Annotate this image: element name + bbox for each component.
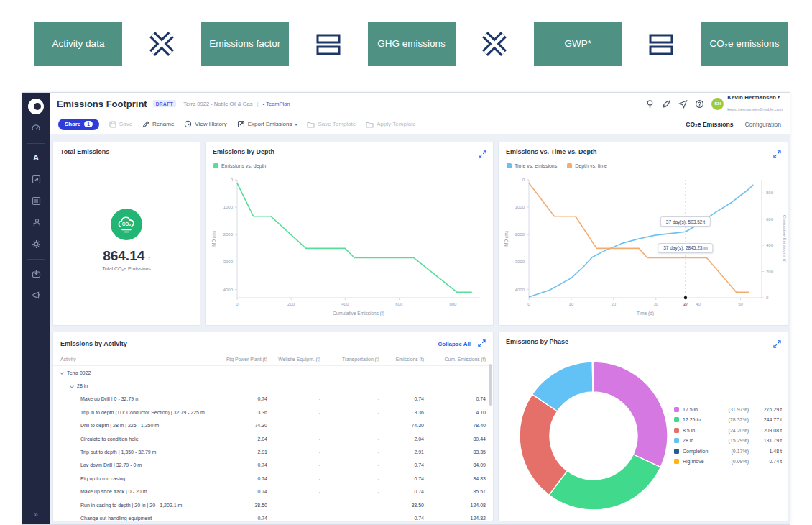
donut-slice[interactable]	[549, 455, 660, 510]
import-box-icon[interactable]	[27, 265, 45, 281]
svg-text:400: 400	[341, 302, 349, 306]
co2-cloud-icon: CO₂	[111, 209, 142, 243]
main-area: Emissions Footprint DRAFT Terra 0922 - N…	[50, 93, 790, 524]
chevron-down-icon: ▾	[295, 122, 297, 127]
chevron-right-icon[interactable]: »	[34, 511, 38, 519]
chart-tooltip: 37 day(s), 2845.23 m	[658, 243, 713, 253]
screenshot-root: Activity data Emissions factor GHG emiss…	[0, 0, 812, 525]
lightbulb-icon[interactable]	[645, 99, 655, 109]
gauge-icon[interactable]	[27, 120, 45, 136]
multiply-operator-icon	[479, 24, 509, 63]
legend-item[interactable]: 8.5 in(24.20%)209.08 t	[674, 425, 782, 436]
donut-slice[interactable]	[594, 362, 668, 467]
panel-emissions-by-activity: Emissions by Activity Collapse All Activ…	[52, 332, 494, 521]
view-history-button[interactable]: View History	[184, 120, 226, 128]
table-row: Trip in to depth (TD: Conductor Section)…	[53, 406, 493, 419]
table-row: Make up shoe track | 0 - 20 m0.74--0.748…	[53, 485, 493, 498]
panel-emissions-time-depth: Emissions vs. Time vs. Depth Time vs. em…	[498, 142, 788, 326]
legend-item[interactable]: Depth vs. time	[567, 163, 607, 168]
paper-plane-icon[interactable]	[678, 99, 688, 109]
donut-slice[interactable]	[520, 394, 567, 495]
tab-configuration[interactable]: Configuration	[744, 121, 781, 128]
total-emissions-caption: Total CO₂e Emissions	[102, 266, 151, 271]
svg-text:3000: 3000	[223, 260, 234, 264]
table-row: Change out handling equipment0.74--0.741…	[53, 511, 493, 521]
dashboard-content: Total Emissions CO₂ 864.14 t	[50, 134, 790, 524]
rename-button[interactable]: Rename	[142, 121, 174, 128]
panel-title: Emissions vs. Time vs. Depth	[499, 142, 788, 155]
legend-item[interactable]: 28 in(15.29%)131.79 t	[674, 436, 782, 447]
panel-title: Emissions by Phase	[499, 332, 788, 345]
svg-text:3000: 3000	[515, 260, 525, 264]
rocket-icon[interactable]	[662, 99, 671, 109]
team-plan-link[interactable]: TeamPlan	[263, 101, 290, 107]
list-panel-icon[interactable]	[27, 193, 45, 209]
user-menu[interactable]: KH Kevin Hermansen ▾ kevin.hermansen@nob…	[711, 94, 783, 114]
legend-item[interactable]: Completion(0.17%)1.48 t	[674, 446, 782, 457]
svg-text:MD (m): MD (m)	[211, 231, 217, 247]
column-header: Rig Power Plant (t)	[211, 357, 267, 362]
expand-icon[interactable]	[479, 148, 486, 161]
legend-item[interactable]: Rig move(0.09%)0.74 t	[674, 457, 782, 467]
legend-item[interactable]: 17.5 in(31.97%)276.29 t	[674, 404, 782, 415]
column-header: Emissions (t)	[379, 357, 424, 362]
tab-co2e-emissions[interactable]: CO₂e Emissions	[686, 121, 733, 128]
svg-text:600: 600	[766, 217, 774, 222]
person-icon[interactable]	[27, 214, 45, 230]
column-header: Transportation (t)	[320, 357, 379, 362]
user-meta: kevin.hermansen@noble.com	[727, 107, 783, 111]
emissions-time-depth-chart[interactable]: 0100020003000400002004006008000102030374…	[500, 174, 788, 322]
toolbar: Share 1 Save Rename View History E	[50, 114, 790, 134]
box-arrow-icon[interactable]	[27, 171, 45, 187]
expand-icon[interactable]	[478, 337, 486, 350]
megaphone-icon[interactable]	[27, 287, 45, 303]
formula-box-activity-data: Activity data	[34, 22, 122, 66]
collapse-all-button[interactable]: Collapse All	[438, 341, 471, 347]
panel-title: Emissions by Activity	[60, 340, 127, 347]
help-icon[interactable]	[695, 99, 704, 109]
table-body: Terra 092228 inMake up Drill | 0 - 32.79…	[53, 365, 493, 521]
panel-total-emissions: Total Emissions CO₂ 864.14 t	[52, 142, 200, 326]
total-emissions-value: 864.14 t	[103, 248, 150, 264]
emissions-by-depth-chart[interactable]: 010002000300040000200400600800Cumulative…	[207, 174, 492, 322]
expand-icon[interactable]	[773, 148, 781, 161]
share-button[interactable]: Share 1	[58, 119, 99, 130]
donut-slice[interactable]	[593, 362, 594, 392]
svg-text:200: 200	[766, 270, 774, 274]
scrollbar[interactable]	[489, 364, 492, 406]
gear-icon[interactable]	[27, 236, 45, 252]
legend-item[interactable]: Emissions vs. depth	[213, 163, 266, 168]
chevron-down-icon[interactable]	[70, 384, 74, 388]
panel-title: Total Emissions	[53, 142, 200, 155]
svg-text:4000: 4000	[515, 288, 525, 292]
save-button[interactable]: Save	[109, 121, 132, 128]
sidebar: A »	[22, 93, 50, 524]
table-row[interactable]: Terra 0922	[53, 366, 493, 379]
svg-text:0: 0	[766, 296, 769, 300]
legend-item[interactable]: Time vs. emissions	[507, 163, 557, 168]
equals-operator-icon	[313, 24, 343, 63]
export-emissions-button[interactable]: Export Emissions ▾	[237, 120, 297, 128]
avatar[interactable]: KH	[711, 98, 724, 110]
svg-text:1000: 1000	[223, 205, 234, 209]
svg-text:37: 37	[683, 302, 688, 306]
svg-text:0: 0	[527, 302, 530, 306]
table-row[interactable]: 28 in	[53, 379, 493, 392]
legend-item[interactable]: 12.25 in(28.32%)244.77 t	[674, 415, 782, 426]
column-header: Wellsite Equipm. (t)	[267, 357, 320, 362]
svg-text:40: 40	[696, 302, 701, 306]
table-header: ActivityRig Power Plant (t)Wellsite Equi…	[53, 353, 493, 365]
table-row: Make up Drill | 0 - 32.79 m0.74--0.740.7…	[53, 393, 493, 406]
svg-text:800: 800	[449, 302, 457, 306]
svg-text:Time (d): Time (d)	[637, 311, 654, 316]
svg-text:400: 400	[766, 243, 774, 247]
chevron-down-icon[interactable]	[60, 370, 64, 375]
apply-template-button[interactable]: Apply Template	[366, 121, 416, 128]
svg-text:4000: 4000	[223, 288, 234, 292]
letter-a-icon[interactable]: A	[27, 150, 45, 165]
save-template-button[interactable]: Save Template	[307, 121, 356, 128]
app-logo[interactable]	[28, 99, 44, 114]
table-row: Trip out to depth | 1,350 - 32.79 m2.91-…	[53, 445, 493, 458]
multiply-operator-icon	[147, 24, 177, 63]
column-header: Activity	[60, 357, 211, 362]
